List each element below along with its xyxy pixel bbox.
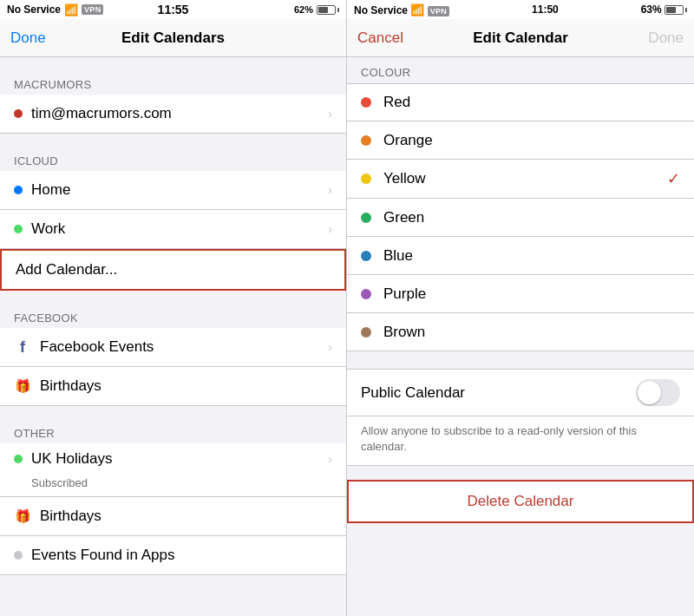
battery-percent-right: 63% xyxy=(641,3,662,16)
public-calendar-row: Public Calendar xyxy=(347,370,694,416)
colour-item-blue[interactable]: Blue xyxy=(347,237,694,275)
list-item-macrumors-email[interactable]: tim@macrumors.com › xyxy=(0,95,346,134)
battery-percent-left: 62% xyxy=(294,4,313,15)
left-list-content: MACRUMORS tim@macrumors.com › ICLOUD Hom… xyxy=(0,57,346,616)
birthdays-fb-label: Birthdays xyxy=(40,377,332,395)
battery-icon-right xyxy=(665,5,687,15)
right-done-button[interactable]: Done xyxy=(648,29,684,47)
colour-dot-red xyxy=(361,97,371,108)
wifi-icon-right: 📶 xyxy=(410,3,424,16)
chevron-home: › xyxy=(328,183,332,197)
home-label: Home xyxy=(31,181,319,199)
done-button[interactable]: Done xyxy=(10,29,46,47)
chevron-macrumors: › xyxy=(328,107,332,121)
colour-label-purple: Purple xyxy=(383,285,680,303)
colour-label-yellow: Yellow xyxy=(383,170,655,187)
delete-calendar-button[interactable]: Delete Calendar xyxy=(349,482,692,521)
macrumors-email-label: tim@macrumors.com xyxy=(31,105,319,122)
right-time: 11:50 xyxy=(532,3,559,16)
left-nav-bar: Done Edit Calendars xyxy=(0,19,346,57)
no-service-text: No Service xyxy=(7,3,61,16)
left-panel: No Service 📶 VPN 11:55 62% Done Edit Cal… xyxy=(0,0,347,616)
birthdays-other-label: Birthdays xyxy=(40,508,332,525)
right-nav-title: Edit Calendar xyxy=(473,29,568,47)
left-nav-title: Edit Calendars xyxy=(121,29,225,47)
vpn-badge-right: VPN xyxy=(428,6,449,16)
colour-dot-brown xyxy=(361,327,371,337)
checkmark-yellow: ✓ xyxy=(667,169,680,188)
cancel-button[interactable]: Cancel xyxy=(357,29,403,47)
events-in-apps-label: Events Found in Apps xyxy=(31,547,332,564)
colour-item-brown[interactable]: Brown xyxy=(347,313,694,351)
section-gap-other xyxy=(0,406,346,422)
chevron-work: › xyxy=(328,222,332,236)
colour-item-purple[interactable]: Purple xyxy=(347,275,694,313)
dot-macrumors xyxy=(14,109,23,118)
left-right-status: 62% xyxy=(294,4,339,15)
right-right-status: 63% xyxy=(641,3,687,16)
dot-uk-holidays xyxy=(14,455,23,463)
uk-holidays-sublabel: Subscribed xyxy=(14,476,88,489)
left-status-bar: No Service 📶 VPN 11:55 62% xyxy=(0,0,346,19)
dot-events xyxy=(14,551,23,560)
list-item-uk-holidays[interactable]: UK Holidays › Subscribed xyxy=(0,443,346,497)
section-header-icloud: ICLOUD xyxy=(0,149,346,171)
facebook-icon: f xyxy=(14,338,31,356)
colour-item-yellow[interactable]: Yellow✓ xyxy=(347,160,694,199)
colour-list: RedOrangeYellow✓GreenBluePurpleBrown xyxy=(347,83,694,351)
chevron-uk-holidays: › xyxy=(328,452,332,466)
dot-home xyxy=(14,186,23,194)
colour-dot-blue xyxy=(361,251,371,261)
chevron-facebook: › xyxy=(328,340,332,354)
add-calendar-label: Add Calendar... xyxy=(16,261,117,279)
public-calendar-label: Public Calendar xyxy=(361,384,465,402)
gift-icon-fb: 🎁 xyxy=(14,377,31,395)
no-service-text-right: No Service xyxy=(354,4,408,16)
list-item-home[interactable]: Home › xyxy=(0,171,346,210)
public-calendar-desc: Allow anyone to subscribe to a read-only… xyxy=(347,416,694,465)
colour-dot-yellow xyxy=(361,174,371,184)
section-gap-top xyxy=(0,57,346,73)
list-item-events-in-apps: Events Found in Apps xyxy=(0,536,346,575)
list-item-birthdays-fb: 🎁 Birthdays xyxy=(0,367,346,406)
battery-icon-left xyxy=(317,5,339,15)
colour-dot-orange xyxy=(361,135,371,146)
section-gap-facebook xyxy=(0,291,346,306)
toggle-knob xyxy=(638,381,661,404)
add-calendar-item[interactable]: Add Calendar... xyxy=(0,249,346,291)
colour-header: COLOUR xyxy=(347,57,694,83)
left-time: 11:55 xyxy=(158,3,189,16)
public-calendar-toggle[interactable] xyxy=(636,379,680,406)
list-item-facebook-events[interactable]: f Facebook Events › xyxy=(0,328,346,367)
right-nav-bar: Cancel Edit Calendar Done xyxy=(347,19,694,57)
right-status-bar: No Service 📶 VPN 11:50 63% xyxy=(347,0,694,19)
gift-icon-other: 🎁 xyxy=(14,508,31,525)
public-calendar-section: Public Calendar Allow anyone to subscrib… xyxy=(347,369,694,466)
colour-label-brown: Brown xyxy=(383,324,680,341)
right-panel: No Service 📶 VPN 11:50 63% Cancel Edit C… xyxy=(347,0,694,616)
colour-label-orange: Orange xyxy=(383,132,680,149)
colour-label-green: Green xyxy=(383,209,680,226)
colour-label-red: Red xyxy=(383,94,680,111)
section-header-other: OTHER xyxy=(0,422,346,443)
colour-item-green[interactable]: Green xyxy=(347,199,694,237)
list-item-work[interactable]: Work › xyxy=(0,210,346,249)
section-header-facebook: FACEBOOK xyxy=(0,306,346,328)
wifi-icon: 📶 xyxy=(64,3,78,16)
section-gap-icloud xyxy=(0,134,346,149)
vpn-badge: VPN xyxy=(82,4,103,15)
section-gap-bottom xyxy=(0,575,346,591)
left-signal: No Service 📶 VPN xyxy=(7,3,103,16)
uk-holidays-label: UK Holidays xyxy=(31,450,319,468)
delete-calendar-section: Delete Calendar xyxy=(347,480,694,523)
colour-label-blue: Blue xyxy=(383,247,680,265)
work-label: Work xyxy=(31,220,319,238)
colour-dot-green xyxy=(361,213,371,223)
right-signal: No Service 📶 VPN xyxy=(354,3,449,16)
colour-item-red[interactable]: Red xyxy=(347,83,694,121)
colour-item-orange[interactable]: Orange xyxy=(347,121,694,160)
colour-dot-purple xyxy=(361,289,371,299)
dot-work xyxy=(14,225,23,233)
facebook-events-label: Facebook Events xyxy=(40,338,319,356)
colour-section: COLOUR RedOrangeYellow✓GreenBluePurpleBr… xyxy=(347,57,694,351)
